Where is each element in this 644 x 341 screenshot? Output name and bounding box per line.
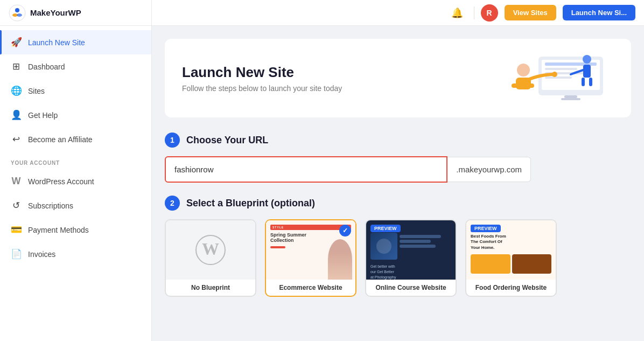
topbar: MakeYourWP 🔔 R View Sites Launch New Si.… <box>0 0 644 26</box>
svg-text:W: W <box>202 239 219 259</box>
sidebar-icon-subscriptions: ↺ <box>11 200 22 211</box>
svg-rect-11 <box>561 98 580 100</box>
svg-point-16 <box>552 72 557 77</box>
step2-section: 2 Select a Blueprint (optional) W No Blu… <box>165 196 631 299</box>
sidebar-icon-sites: 🌐 <box>11 85 22 96</box>
blueprint-preview-badge: PREVIEW <box>471 225 501 232</box>
sidebar-icon-become-affiliate: ↩ <box>11 134 22 145</box>
svg-point-17 <box>583 55 591 64</box>
ecom-person <box>328 239 352 280</box>
step2-header: 2 Select a Blueprint (optional) <box>165 196 631 211</box>
course-lines <box>400 233 451 260</box>
hero-illustration <box>495 54 614 102</box>
food-images <box>471 254 551 274</box>
blueprint-card-label-no-blueprint: No Blueprint <box>166 280 255 296</box>
svg-rect-9 <box>545 76 572 79</box>
step1-header: 1 Choose Your URL <box>165 133 631 148</box>
main-layout: 🚀 Launch New Site ⊞ Dashboard 🌐 Sites 👤 … <box>0 26 644 341</box>
topbar-actions: 🔔 R View Sites Launch New Si... <box>447 4 635 22</box>
hero-text: Launch New Site Follow the steps below t… <box>182 64 342 93</box>
blueprint-card-img-food-ordering: foodiy Best Foods FromThe Comfort OfYour… <box>466 220 556 280</box>
sidebar: 🚀 Launch New Site ⊞ Dashboard 🌐 Sites 👤 … <box>0 26 152 341</box>
course-text: Get better withour Get Betterat Photogra… <box>370 264 451 280</box>
sidebar-icon-dashboard: ⊞ <box>11 61 22 72</box>
sidebar-item-invoices[interactable]: 📄 Invoices <box>0 242 151 266</box>
svg-point-12 <box>517 64 530 76</box>
svg-point-1 <box>15 8 19 12</box>
blueprint-card-label-ecommerce: Ecommerce Website <box>266 280 355 296</box>
course-img <box>370 233 397 260</box>
url-input-wrapper <box>165 156 447 183</box>
svg-point-3 <box>17 13 22 17</box>
sidebar-label-get-help: Get Help <box>28 111 58 120</box>
blueprint-card-food-ordering[interactable]: foodiy Best Foods FromThe Comfort OfYour… <box>465 219 557 297</box>
logo-area: MakeYourWP <box>0 0 152 25</box>
sidebar-icon-payment-methods: 💳 <box>11 224 22 235</box>
sidebar-label-become-affiliate: Become an Affiliate <box>28 135 93 144</box>
food-img-2 <box>512 254 552 274</box>
step2-badge: 2 <box>165 196 180 211</box>
blueprint-card-img-no-blueprint: W <box>166 220 255 280</box>
svg-rect-10 <box>564 95 577 98</box>
blueprint-card-ecommerce[interactable]: STYLE Spring SummerCollection ✓ Ecommerc… <box>265 219 356 297</box>
svg-point-0 <box>9 5 25 21</box>
sidebar-item-payment-methods[interactable]: 💳 Payment Methods <box>0 218 151 242</box>
step2-title: Select a Blueprint (optional) <box>186 198 315 209</box>
blueprint-card-img-online-course: ● SITE Get better withour Get Betterat P… <box>366 220 456 280</box>
url-input[interactable] <box>166 157 446 182</box>
sidebar-icon-launch-new-site: 🚀 <box>11 37 22 48</box>
step1-title: Choose Your URL <box>186 135 268 146</box>
sidebar-label-subscriptions: Subscriptions <box>28 201 73 210</box>
course-top <box>370 233 451 260</box>
blueprint-card-no-blueprint[interactable]: W No Blueprint <box>165 219 256 297</box>
food-title: Best Foods FromThe Comfort OfYour Home. <box>471 234 551 250</box>
sidebar-label-dashboard: Dashboard <box>28 62 65 71</box>
svg-rect-20 <box>589 78 592 86</box>
blueprint-card-label-food-ordering: Food Ordering Website <box>466 280 556 296</box>
sidebar-icon-get-help: 👤 <box>11 109 22 121</box>
sidebar-item-get-help[interactable]: 👤 Get Help <box>0 103 151 127</box>
url-suffix: .makeyourwp.com <box>447 157 531 182</box>
sidebar-icon-wordpress-account: W <box>11 176 22 187</box>
sidebar-item-wordpress-account[interactable]: W WordPress Account <box>0 169 151 193</box>
launch-new-site-button[interactable]: Launch New Si... <box>563 5 635 20</box>
url-input-row: .makeyourwp.com <box>165 156 531 183</box>
view-sites-button[interactable]: View Sites <box>505 5 556 20</box>
blueprint-selected-check: ✓ <box>339 225 351 236</box>
course-line-3 <box>400 245 436 248</box>
hero-subtitle: Follow the steps below to launch your si… <box>182 84 342 93</box>
brand-name: MakeYourWP <box>30 8 81 17</box>
sidebar-label-wordpress-account: WordPress Account <box>28 177 94 186</box>
svg-rect-14 <box>512 83 519 88</box>
sidebar-item-dashboard[interactable]: ⊞ Dashboard <box>0 54 151 79</box>
sidebar-item-become-affiliate[interactable]: ↩ Become an Affiliate <box>0 127 151 151</box>
step1-section: 1 Choose Your URL .makeyourwp.com <box>165 133 631 183</box>
wp-logo-icon: W <box>195 235 226 265</box>
course-line-1 <box>400 235 441 238</box>
svg-rect-19 <box>582 78 585 86</box>
sidebar-label-invoices: Invoices <box>28 250 55 259</box>
blueprint-card-img-ecommerce: STYLE Spring SummerCollection ✓ <box>266 220 355 280</box>
blueprint-card-online-course[interactable]: ● SITE Get better withour Get Betterat P… <box>365 219 457 297</box>
food-img-1 <box>471 254 510 274</box>
blueprint-card-label-online-course: Online Course Website <box>366 280 456 296</box>
user-avatar-button[interactable]: R <box>481 4 498 22</box>
hero-svg <box>495 54 614 102</box>
svg-rect-15 <box>527 83 534 88</box>
step1-badge: 1 <box>165 133 180 148</box>
svg-rect-18 <box>583 65 591 78</box>
sidebar-item-launch-new-site[interactable]: 🚀 Launch New Site <box>0 30 151 54</box>
hero-title: Launch New Site <box>182 64 342 81</box>
main-content: Launch New Site Follow the steps below t… <box>152 26 644 341</box>
ecom-accent <box>270 246 285 248</box>
sidebar-label-payment-methods: Payment Methods <box>28 226 89 234</box>
brand-logo-icon <box>9 4 26 22</box>
notifications-button[interactable]: 🔔 <box>447 5 467 21</box>
svg-rect-7 <box>545 68 577 70</box>
course-line-2 <box>400 240 431 243</box>
sidebar-item-sites[interactable]: 🌐 Sites <box>0 79 151 103</box>
hero-banner: Launch New Site Follow the steps below t… <box>165 39 631 117</box>
sidebar-label-launch-new-site: Launch New Site <box>28 38 85 47</box>
sidebar-label-sites: Sites <box>28 87 45 95</box>
sidebar-item-subscriptions[interactable]: ↺ Subscriptions <box>0 193 151 218</box>
